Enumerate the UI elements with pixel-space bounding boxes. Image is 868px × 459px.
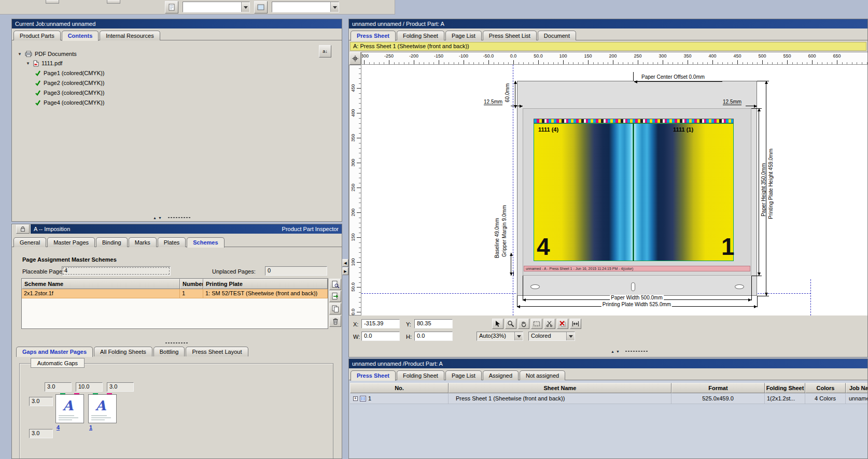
chevron-down-icon[interactable] (566, 332, 575, 340)
scheme-view-button[interactable] (329, 279, 341, 290)
placeable-pages-field[interactable]: 4 (62, 266, 171, 276)
row-no-cell[interactable]: + 1 (350, 393, 449, 404)
splitter-handle[interactable] (165, 342, 188, 344)
column-header-sheet-name[interactable]: Sheet Name (449, 383, 671, 393)
column-header-format[interactable]: Format (671, 383, 765, 393)
tab-assigned[interactable]: Assigned (483, 370, 519, 380)
tree-expander-icon[interactable]: ▼ (25, 61, 31, 66)
h-field[interactable]: 0.0 (414, 332, 453, 341)
toolbar-combo[interactable] (183, 2, 250, 12)
v-ruler[interactable]: 45040035030025020015010050.00.0 (349, 65, 361, 315)
tab-press-sheet-list[interactable]: Press Sheet List (483, 31, 537, 40)
thumbnail-page-number[interactable]: 4 (57, 424, 60, 431)
scheme-copy-button[interactable] (329, 303, 341, 314)
tab-contents[interactable]: Contents (62, 31, 99, 41)
toolbar-icon-button[interactable] (165, 1, 178, 13)
h-ruler[interactable]: -300-250-200-150-100-50.00.050.010015020… (361, 52, 868, 65)
row-format-cell[interactable]: 525.0x459.0 (671, 393, 765, 404)
row-sheet-name-cell[interactable]: Press Sheet 1 (Sheetwise (front and back… (449, 393, 671, 404)
column-header-colors[interactable]: Colors (805, 383, 846, 393)
tab-page-list-bottom[interactable]: Page List (445, 370, 482, 380)
subtab-bottling[interactable]: Bottling (153, 347, 185, 356)
gap-top-right-field[interactable]: 3.0 (107, 382, 134, 392)
zoom-tool-button[interactable] (505, 319, 516, 329)
toolbar-button-fragment[interactable] (46, 0, 59, 4)
zoom-select[interactable]: Auto(33%) (477, 332, 523, 341)
toolbar-icon-button[interactable] (254, 1, 268, 13)
chevron-down-icon[interactable] (514, 332, 523, 340)
thumbnail-page-number[interactable]: 1 (89, 424, 92, 431)
tab-folding-sheet[interactable]: Folding Sheet (397, 31, 444, 40)
splitter-collapse-down[interactable]: ▼ (616, 350, 620, 353)
column-header-number[interactable]: Number (180, 279, 203, 289)
scheme-name-cell[interactable]: 2x1.2stor.1f (22, 289, 180, 298)
splitter-collapse-up[interactable]: ▲ (153, 216, 157, 220)
tab-page-list[interactable]: Page List (445, 31, 482, 40)
tree-item-pdf-documents[interactable]: ▼ PDF Documents (17, 50, 77, 58)
master-page-thumbnail[interactable]: A (88, 394, 117, 423)
tab-internal-resources[interactable]: Internal Resources (100, 31, 160, 40)
splitter-collapse-right-button[interactable]: ▶ (342, 267, 348, 275)
splitter-collapse-left-button[interactable]: ◀ (342, 259, 348, 267)
sheet-list-row[interactable]: + 1 Press Sheet 1 (Sheetwise (front and … (350, 393, 868, 404)
row-colors-cell[interactable]: 4 Colors (805, 393, 846, 404)
column-header-job-name[interactable]: Job Name (846, 383, 868, 393)
gap-top-middle-field[interactable]: 10.0 (76, 382, 103, 392)
scheme-printing-plate-cell[interactable]: 1: SM 52/TEST (Sheetwise (front and back… (203, 289, 328, 298)
subtab-press-sheet-layout[interactable]: Press Sheet Layout (186, 347, 248, 356)
column-header-folding-sheet[interactable]: Folding Sheet (765, 383, 805, 393)
splitter-collapse-up[interactable]: ▲ (611, 350, 614, 353)
tree-item-page[interactable]: Page3 (colored(CMYK)) (35, 89, 104, 97)
splitter-collapse-down[interactable]: ▼ (158, 216, 162, 220)
tree-expander-icon[interactable]: ▼ (17, 52, 22, 56)
fit-width-button[interactable] (570, 319, 581, 329)
tree-item-page[interactable]: Page2 (colored(CMYK)) (35, 79, 104, 87)
delete-tool-button[interactable] (557, 319, 568, 329)
tab-product-parts[interactable]: Product Parts (13, 31, 61, 40)
tab-document[interactable]: Document (538, 31, 576, 40)
scheme-table-row[interactable]: 2x1.2stor.1f 1 1: SM 52/TEST (Sheetwise … (22, 289, 328, 298)
tab-press-sheet[interactable]: Press Sheet (351, 31, 396, 41)
expand-plus-icon[interactable]: + (353, 396, 358, 401)
gap-left-field[interactable]: 3.0 (29, 397, 53, 406)
column-header-scheme-name[interactable]: Scheme Name (22, 279, 180, 289)
tab-schemes[interactable]: Schemes (187, 237, 224, 248)
column-header-printing-plate[interactable]: Printing Plate (203, 279, 328, 289)
tree-item-pdf-file[interactable]: ▼ 1111.pdf (25, 59, 62, 67)
tab-press-sheet-list-view[interactable]: Press Sheet (351, 370, 396, 381)
tree-item-page[interactable]: Page1 (colored(CMYK)) (35, 69, 104, 77)
y-field[interactable]: 80.35 (414, 319, 453, 328)
ruler-origin-button[interactable] (349, 52, 361, 65)
toolbar-button-fragment[interactable] (107, 0, 120, 4)
subtab-all-folding-sheets[interactable]: All Folding Sheets (94, 347, 152, 356)
master-page-thumbnail[interactable]: A (55, 394, 84, 423)
column-header-no[interactable]: No. (350, 383, 449, 393)
pointer-tool-button[interactable] (492, 319, 503, 329)
scheme-apply-button[interactable] (329, 291, 341, 302)
cut-tool-button[interactable] (544, 319, 555, 329)
scheme-delete-button[interactable] (329, 315, 341, 327)
gap-bottom-field[interactable]: 3.0 (29, 429, 53, 438)
sort-button[interactable]: a↓ (319, 45, 331, 58)
row-folding-sheet-cell[interactable]: 1(2x1.2st... (765, 393, 805, 404)
w-field[interactable]: 0.0 (361, 332, 400, 341)
splitter-handle[interactable] (625, 350, 648, 352)
chevron-down-icon[interactable] (241, 2, 249, 12)
scheme-number-cell[interactable]: 1 (180, 289, 203, 298)
subtab-gaps-and-master-pages[interactable]: Gaps and Master Pages (16, 347, 93, 357)
tab-marks[interactable]: Marks (129, 237, 157, 247)
splitter-handle[interactable] (167, 217, 190, 219)
display-mode-select[interactable]: Colored (528, 332, 575, 341)
lock-button[interactable] (16, 224, 30, 234)
marquee-tool-button[interactable] (531, 319, 542, 329)
tab-not-assigned[interactable]: Not assigned (520, 370, 565, 380)
x-field[interactable]: -315.39 (361, 319, 400, 328)
tree-item-page[interactable]: Page4 (colored(CMYK)) (35, 98, 104, 107)
press-sheet-canvas[interactable]: 1111 (4) 1111 (1) 4 1 unnamed - A - Pres… (361, 65, 868, 315)
tab-general[interactable]: General (13, 237, 46, 247)
tab-binding[interactable]: Binding (96, 237, 128, 247)
row-job-name-cell[interactable]: unnamed ... (846, 393, 868, 404)
pan-tool-button[interactable] (518, 319, 529, 329)
press-sheet-page-right[interactable] (634, 123, 734, 261)
tab-folding-sheet-list[interactable]: Folding Sheet (397, 370, 444, 380)
